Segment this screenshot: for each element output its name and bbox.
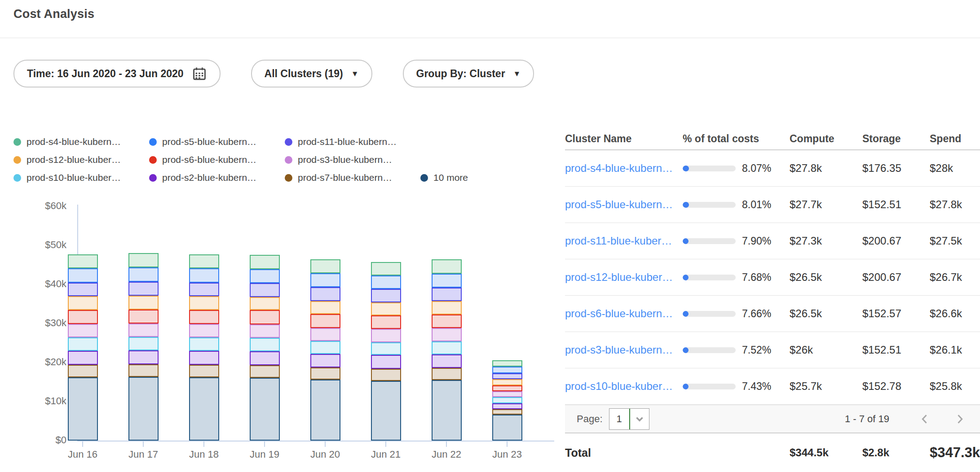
bar-segment-prod-s4[interactable]	[371, 262, 401, 275]
bar-segment-prod-s6[interactable]	[189, 310, 219, 324]
bar-segment-prod-s10[interactable]	[250, 338, 280, 351]
bar-segment-prod-s2[interactable]	[189, 351, 219, 365]
bar-segment-prod-s3[interactable]	[189, 324, 219, 337]
bar-segment-prod-s11[interactable]	[128, 282, 159, 296]
bar-segment-prod-s10[interactable]	[432, 341, 462, 354]
bar-segment-prod-s2[interactable]	[492, 403, 522, 409]
legend-item-prod-s10[interactable]: prod-s10-blue-kuber…	[13, 172, 149, 183]
stacked-bar-jun-21[interactable]	[371, 262, 401, 441]
bar-segment-prod-s6[interactable]	[371, 315, 401, 329]
bar-segment-prod-s5[interactable]	[492, 367, 522, 373]
legend-item-prod-s12[interactable]: prod-s12-blue-kuber…	[13, 154, 149, 165]
bar-segment-prod-s5[interactable]	[68, 268, 98, 282]
bar-segment-prod-s3[interactable]	[128, 323, 159, 337]
stacked-bar-jun-18[interactable]	[189, 254, 219, 441]
bar-segment-prod-s12[interactable]	[250, 297, 280, 310]
legend-item-prod-s5[interactable]: prod-s5-blue-kubern…	[149, 136, 285, 147]
legend-item-prod-s11[interactable]: prod-s11-blue-kubern…	[285, 136, 397, 147]
bar-segment-prod-s3[interactable]	[432, 328, 462, 341]
cluster-name-link[interactable]: prod-s10-blue-kuber…	[565, 380, 683, 393]
time-range-filter[interactable]: Time: 16 Jun 2020 - 23 Jun 2020	[13, 60, 221, 87]
bar-segment-prod-s4[interactable]	[492, 360, 522, 367]
bar-segment-prod-s7[interactable]	[128, 364, 159, 377]
bar-segment-prod-s3[interactable]	[492, 391, 522, 397]
legend-item-prod-s2[interactable]: prod-s2-blue-kubern…	[149, 172, 285, 183]
bar-segment-prod-s2[interactable]	[310, 354, 340, 367]
stacked-bar-jun-20[interactable]	[310, 259, 340, 441]
bar-segment-prod-s6[interactable]	[432, 315, 462, 328]
bar-segment-10 more[interactable]	[371, 381, 401, 441]
bar-segment-prod-s11[interactable]	[492, 373, 522, 380]
bar-segment-prod-s5[interactable]	[310, 273, 340, 287]
bar-segment-prod-s11[interactable]	[371, 289, 401, 302]
bar-segment-prod-s12[interactable]	[310, 301, 340, 315]
bar-segment-prod-s12[interactable]	[68, 296, 98, 310]
group-by-dropdown[interactable]: Group By: Cluster ▼	[403, 60, 534, 87]
bar-segment-prod-s7[interactable]	[371, 369, 401, 381]
clusters-filter-dropdown[interactable]: All Clusters (19) ▼	[251, 60, 372, 87]
cluster-name-link[interactable]: prod-s11-blue-kuber…	[565, 235, 683, 247]
bar-segment-prod-s6[interactable]	[68, 310, 98, 324]
stacked-bar-jun-23[interactable]	[492, 360, 522, 441]
cluster-name-link[interactable]: prod-s12-blue-kuber…	[565, 271, 683, 284]
bar-segment-prod-s10[interactable]	[371, 342, 401, 355]
bar-segment-10 more[interactable]	[492, 415, 522, 441]
bar-segment-prod-s3[interactable]	[310, 328, 340, 341]
bar-segment-prod-s5[interactable]	[371, 275, 401, 289]
bar-segment-prod-s4[interactable]	[128, 253, 159, 267]
cluster-name-link[interactable]: prod-s6-blue-kubern…	[565, 307, 683, 320]
previous-page-button[interactable]	[918, 412, 931, 426]
bar-segment-prod-s3[interactable]	[68, 324, 98, 337]
bar-segment-prod-s5[interactable]	[128, 267, 159, 282]
bar-segment-10 more[interactable]	[68, 377, 98, 441]
bar-segment-prod-s11[interactable]	[189, 283, 219, 296]
stacked-bar-jun-22[interactable]	[432, 259, 462, 441]
bar-segment-prod-s6[interactable]	[128, 310, 159, 323]
bar-segment-prod-s4[interactable]	[250, 255, 280, 269]
stacked-bar-jun-16[interactable]	[68, 254, 98, 441]
bar-segment-10 more[interactable]	[250, 378, 280, 441]
bar-segment-prod-s6[interactable]	[250, 310, 280, 324]
bar-segment-prod-s3[interactable]	[371, 329, 401, 342]
page-select[interactable]: 1	[609, 408, 649, 430]
bar-segment-prod-s5[interactable]	[250, 269, 280, 283]
bar-segment-prod-s7[interactable]	[492, 409, 522, 415]
bar-segment-prod-s7[interactable]	[250, 365, 280, 378]
legend-item-prod-s4[interactable]: prod-s4-blue-kubern…	[13, 136, 149, 147]
bar-segment-prod-s12[interactable]	[371, 302, 401, 315]
bar-segment-prod-s4[interactable]	[68, 254, 98, 268]
bar-segment-prod-s7[interactable]	[68, 365, 98, 377]
bar-segment-prod-s7[interactable]	[432, 368, 462, 380]
bar-segment-10 more[interactable]	[128, 377, 159, 441]
bar-segment-prod-s10[interactable]	[492, 397, 522, 403]
stacked-bar-jun-17[interactable]	[128, 253, 159, 441]
bar-segment-prod-s4[interactable]	[310, 259, 340, 273]
bar-segment-prod-s2[interactable]	[68, 351, 98, 365]
legend-item-prod-s6[interactable]: prod-s6-blue-kubern…	[149, 154, 285, 165]
bar-segment-10 more[interactable]	[189, 377, 219, 441]
bar-segment-prod-s6[interactable]	[492, 385, 522, 392]
bar-segment-prod-s11[interactable]	[250, 283, 280, 297]
bar-segment-prod-s4[interactable]	[189, 254, 219, 268]
legend-item-prod-s3[interactable]: prod-s3-blue-kubern…	[285, 154, 392, 165]
legend-item-10 more[interactable]: 10 more	[420, 172, 468, 183]
bar-segment-prod-s7[interactable]	[310, 367, 340, 380]
bar-segment-prod-s10[interactable]	[128, 337, 159, 350]
bar-segment-prod-s12[interactable]	[189, 296, 219, 310]
bar-segment-prod-s2[interactable]	[128, 350, 159, 364]
bar-segment-prod-s2[interactable]	[432, 354, 462, 368]
next-page-button[interactable]	[953, 412, 967, 426]
bar-segment-prod-s12[interactable]	[432, 301, 462, 315]
stacked-bar-jun-19[interactable]	[250, 255, 280, 441]
bar-segment-prod-s5[interactable]	[189, 268, 219, 282]
bar-segment-prod-s3[interactable]	[250, 324, 280, 338]
bar-segment-prod-s10[interactable]	[310, 341, 340, 354]
legend-item-prod-s7[interactable]: prod-s7-blue-kubern…	[285, 172, 420, 183]
bar-segment-prod-s11[interactable]	[432, 288, 462, 301]
cluster-name-link[interactable]: prod-s5-blue-kubern…	[565, 198, 683, 211]
bar-segment-prod-s7[interactable]	[189, 365, 219, 377]
bar-segment-prod-s2[interactable]	[371, 355, 401, 368]
bar-segment-prod-s12[interactable]	[492, 379, 522, 385]
cluster-name-link[interactable]: prod-s4-blue-kubern…	[565, 162, 683, 175]
bar-segment-prod-s11[interactable]	[310, 287, 340, 301]
